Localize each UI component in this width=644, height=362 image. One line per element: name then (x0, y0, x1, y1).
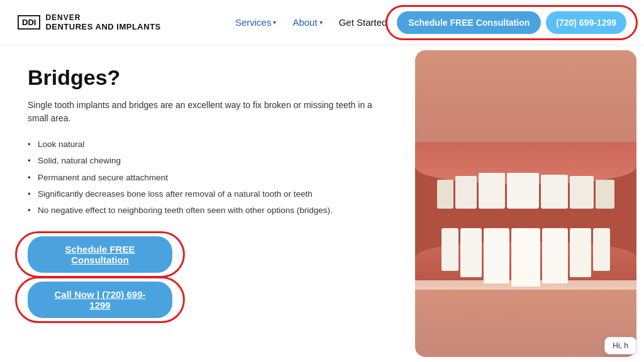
chat-widget[interactable]: Hi, h (604, 337, 636, 354)
logo-text: DENVER DENTURES AND IMPLANTS (45, 13, 160, 31)
nav-about[interactable]: About ▾ (286, 13, 328, 31)
tooth (479, 173, 506, 209)
tooth-missing (507, 173, 539, 209)
list-item: Significantly decreases bone loss after … (28, 186, 392, 202)
about-chevron-icon: ▾ (319, 19, 323, 26)
logo-line1: DENVER (45, 13, 160, 22)
tooth-bottom (511, 228, 540, 287)
main-content: Bridges? Single tooth implants and bridg… (0, 45, 644, 362)
tooth (570, 176, 594, 208)
content-schedule-button[interactable]: Schedule FREE Consultation (28, 236, 172, 273)
tooth-bottom (570, 228, 591, 277)
chin (415, 290, 636, 357)
header-phone-button[interactable]: (720) 699-1299 (546, 11, 626, 34)
header: DDI DENVER DENTURES AND IMPLANTS Service… (0, 0, 644, 45)
dental-image (415, 50, 636, 357)
feature-list: Look natural Solid, natural chewing Perm… (28, 136, 392, 219)
tooth (455, 176, 477, 208)
tooth-bottom (542, 228, 569, 283)
dental-image-panel (415, 50, 636, 357)
logo-area: DDI DENVER DENTURES AND IMPLANTS (18, 13, 161, 31)
content-left: Bridges? Single tooth implants and bridg… (0, 45, 415, 362)
schedule-cta-wrapper: Schedule FREE Consultation (28, 236, 172, 273)
page-title: Bridges? (28, 65, 392, 90)
list-item: Look natural (28, 136, 392, 153)
nav-area: Services ▾ About ▾ Get Started Schedule … (229, 11, 626, 34)
tooth (541, 175, 568, 209)
nav-services[interactable]: Services ▾ (229, 13, 283, 31)
header-cta-group: Schedule FREE Consultation (720) 699-129… (397, 11, 626, 34)
cta-group: Schedule FREE Consultation Call Now | (7… (28, 236, 392, 318)
page-wrapper: DDI DENVER DENTURES AND IMPLANTS Service… (0, 0, 644, 362)
tooth-bottom (484, 228, 510, 283)
tooth-bottom (593, 228, 609, 271)
lower-teeth (441, 228, 610, 290)
page-subtitle: Single tooth implants and bridges are an… (28, 99, 392, 125)
list-item: No negative effect to neighboring teeth … (28, 202, 392, 219)
logo-abbreviation: DDI (22, 18, 36, 27)
logo-box: DDI (18, 15, 40, 30)
call-cta-wrapper: Call Now | (720) 699-1299 (28, 282, 172, 318)
nav-get-started[interactable]: Get Started (333, 13, 394, 31)
list-item: Permanent and secure attachment (28, 170, 392, 186)
tooth-bottom (441, 228, 458, 271)
content-call-button[interactable]: Call Now | (720) 699-1299 (28, 282, 172, 318)
services-chevron-icon: ▾ (273, 19, 276, 26)
tooth-bottom (460, 228, 482, 277)
upper-teeth (437, 173, 614, 209)
header-schedule-button[interactable]: Schedule FREE Consultation (397, 11, 541, 34)
tooth (596, 180, 614, 209)
tooth (437, 180, 453, 209)
chat-label: Hi, h (613, 341, 628, 350)
logo-line2: DENTURES AND IMPLANTS (45, 22, 160, 31)
list-item: Solid, natural chewing (28, 153, 392, 169)
